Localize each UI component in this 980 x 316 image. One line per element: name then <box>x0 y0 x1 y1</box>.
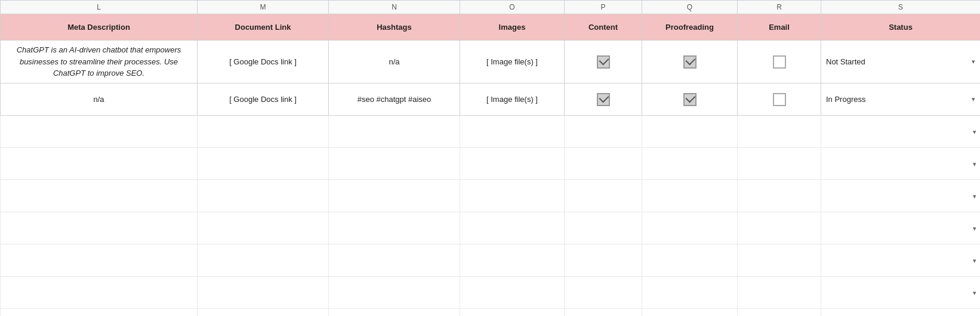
empty-cell <box>1 244 198 277</box>
proofreading-checkbox-checked[interactable] <box>683 93 697 106</box>
row1-meta-description: ChatGPT is an AI-driven chatbot that emp… <box>1 41 198 83</box>
spreadsheet-container: L M N O P Q R S Meta Description Documen… <box>0 0 980 316</box>
empty-row-dropdown-icon[interactable]: ▾ <box>973 160 976 168</box>
col-letter-p: P <box>565 1 642 14</box>
col-letter-o: O <box>460 1 565 14</box>
row2-proofreading-checkbox[interactable] <box>642 83 738 116</box>
empty-cell <box>198 148 329 180</box>
empty-cell <box>198 309 329 317</box>
email-checkbox-unchecked[interactable] <box>773 55 786 69</box>
empty-cell <box>565 180 642 212</box>
column-letter-row: L M N O P Q R S <box>1 1 981 14</box>
row2-content-checkbox[interactable] <box>565 83 642 116</box>
empty-cell <box>460 212 565 244</box>
empty-cell <box>329 212 460 244</box>
proofreading-checkbox-checked[interactable] <box>683 55 697 69</box>
col-letter-s: S <box>821 1 981 14</box>
table-header-row: Meta Description Document Link Hashtags … <box>1 14 981 41</box>
table-row: ▾ <box>1 116 981 148</box>
row2-status-dropdown-icon[interactable]: ▾ <box>972 95 975 103</box>
table-row: ▾ <box>1 277 981 309</box>
row1-content-checkbox[interactable] <box>565 41 642 83</box>
empty-cell <box>329 148 460 180</box>
table-row: n/a [ Google Docs link ] #seo #chatgpt #… <box>1 83 981 116</box>
row2-images: [ Image file(s) ] <box>460 83 565 116</box>
row2-status-text: In Progress <box>826 95 972 104</box>
empty-row-dropdown-icon[interactable]: ▾ <box>973 225 976 233</box>
empty-cell <box>565 116 642 148</box>
main-table: L M N O P Q R S Meta Description Documen… <box>0 0 980 316</box>
empty-cell <box>565 244 642 277</box>
empty-cell <box>738 212 821 244</box>
row1-email-checkbox[interactable] <box>738 41 821 83</box>
empty-cell <box>642 116 738 148</box>
header-document-link: Document Link <box>198 14 329 41</box>
empty-cell <box>1 212 198 244</box>
row1-proofreading-checkbox[interactable] <box>642 41 738 83</box>
col-letter-n: N <box>329 1 460 14</box>
empty-dropdown-cell[interactable]: ▾ <box>821 180 981 212</box>
empty-cell <box>1 309 198 317</box>
empty-cell <box>1 148 198 180</box>
empty-cell <box>198 277 329 309</box>
table-row: ChatGPT is an AI-driven chatbot that emp… <box>1 41 981 83</box>
empty-cell <box>738 309 821 317</box>
empty-cell <box>198 116 329 148</box>
header-meta-description: Meta Description <box>1 14 198 41</box>
empty-cell <box>565 309 642 317</box>
empty-cell <box>1 116 198 148</box>
header-status: Status <box>821 14 981 41</box>
content-checkbox-checked[interactable] <box>597 55 610 69</box>
row2-meta-description: n/a <box>1 83 198 116</box>
empty-cell <box>329 116 460 148</box>
row1-status-text: Not Started <box>826 57 972 66</box>
row1-images: [ Image file(s) ] <box>460 41 565 83</box>
table-row: ▾ <box>1 309 981 317</box>
empty-cell <box>738 116 821 148</box>
header-hashtags: Hashtags <box>329 14 460 41</box>
empty-cell <box>329 277 460 309</box>
empty-cell <box>738 180 821 212</box>
empty-cell <box>460 244 565 277</box>
empty-dropdown-cell[interactable]: ▾ <box>821 116 981 148</box>
empty-cell <box>642 180 738 212</box>
empty-cell <box>329 180 460 212</box>
empty-dropdown-cell[interactable]: ▾ <box>821 244 981 277</box>
col-letter-r: R <box>738 1 821 14</box>
empty-row-dropdown-icon[interactable]: ▾ <box>973 257 976 265</box>
header-images: Images <box>460 14 565 41</box>
empty-cell <box>198 244 329 277</box>
empty-dropdown-cell[interactable]: ▾ <box>821 148 981 180</box>
col-letter-m: M <box>198 1 329 14</box>
empty-cell <box>738 148 821 180</box>
row1-status-dropdown-icon[interactable]: ▾ <box>972 58 975 66</box>
empty-cell <box>565 277 642 309</box>
empty-cell <box>460 277 565 309</box>
empty-dropdown-cell[interactable]: ▾ <box>821 212 981 244</box>
empty-cell <box>642 212 738 244</box>
table-row: ▾ <box>1 148 981 180</box>
col-letter-q: Q <box>642 1 738 14</box>
empty-cell <box>460 180 565 212</box>
empty-cell <box>565 212 642 244</box>
empty-row-dropdown-icon[interactable]: ▾ <box>973 128 976 136</box>
empty-dropdown-cell[interactable]: ▾ <box>821 277 981 309</box>
row2-status-cell[interactable]: In Progress ▾ <box>821 83 981 116</box>
empty-cell <box>642 277 738 309</box>
table-row: ▾ <box>1 212 981 244</box>
col-letter-l: L <box>1 1 198 14</box>
content-checkbox-checked[interactable] <box>597 93 610 106</box>
table-row: ▾ <box>1 244 981 277</box>
row2-document-link[interactable]: [ Google Docs link ] <box>198 83 329 116</box>
header-proofreading: Proofreading <box>642 14 738 41</box>
row1-status-cell[interactable]: Not Started ▾ <box>821 41 981 83</box>
row1-document-link[interactable]: [ Google Docs link ] <box>198 41 329 83</box>
row2-email-checkbox[interactable] <box>738 83 821 116</box>
empty-row-dropdown-icon[interactable]: ▾ <box>973 193 976 200</box>
empty-row-dropdown-icon[interactable]: ▾ <box>973 289 976 297</box>
email-checkbox-unchecked[interactable] <box>773 93 786 106</box>
empty-cell <box>460 309 565 317</box>
empty-dropdown-cell[interactable]: ▾ <box>821 309 981 317</box>
empty-cell <box>329 309 460 317</box>
empty-cell <box>738 277 821 309</box>
